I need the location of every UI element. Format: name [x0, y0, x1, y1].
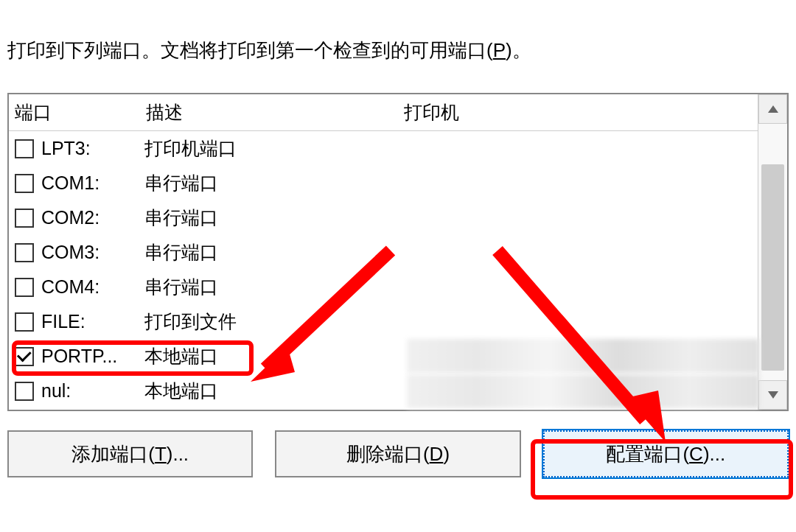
table-row[interactable]: COM1:串行端口	[15, 166, 758, 200]
cell-description: 打印到文件	[144, 309, 402, 334]
port-checkbox[interactable]	[15, 174, 34, 193]
port-checkbox[interactable]	[15, 139, 34, 158]
port-checkbox[interactable]	[15, 347, 34, 366]
table-header-row: 端口 描述 打印机	[9, 94, 758, 131]
delete-port-button[interactable]: 删除端口(D)	[275, 430, 520, 477]
scroll-down-button[interactable]	[758, 380, 787, 410]
cell-description: 打印机端口	[144, 136, 402, 161]
port-checkbox[interactable]	[15, 209, 34, 228]
cell-description: 本地端口	[144, 344, 402, 368]
cell-port: LPT3:	[41, 138, 144, 159]
add-port-button[interactable]: 添加端口(T)...	[7, 430, 253, 477]
port-checkbox[interactable]	[15, 312, 34, 332]
table-row[interactable]: COM2:串行端口	[15, 200, 758, 235]
cell-port: PORTP...	[41, 346, 144, 367]
vertical-scrollbar[interactable]	[758, 94, 787, 410]
instruction-text: 打印到下列端口。文档将打印到第一个检查到的可用端口(P)。	[0, 0, 796, 63]
scroll-up-button[interactable]	[758, 94, 787, 124]
header-printer[interactable]: 打印机	[404, 100, 758, 125]
table-row[interactable]: FILE:打印到文件	[15, 304, 758, 339]
port-checkbox[interactable]	[15, 278, 34, 297]
cell-description: 串行端口	[144, 275, 402, 299]
ports-table: 端口 描述 打印机 LPT3:打印机端口COM1:串行端口COM2:串行端口CO…	[7, 93, 789, 411]
port-checkbox[interactable]	[15, 382, 34, 401]
redacted-area	[407, 374, 759, 408]
cell-port: FILE:	[41, 311, 144, 332]
configure-port-button[interactable]: 配置端口(C)...	[543, 430, 789, 477]
button-bar: 添加端口(T)... 删除端口(D) 配置端口(C)...	[7, 430, 789, 477]
table-row[interactable]: LPT3:打印机端口	[15, 131, 758, 166]
redacted-area	[407, 339, 759, 373]
cell-port: COM1:	[41, 172, 144, 194]
table-row[interactable]: COM3:串行端口	[15, 235, 758, 270]
header-port[interactable]: 端口	[15, 100, 146, 125]
header-description[interactable]: 描述	[146, 100, 404, 125]
cell-description: 串行端口	[144, 206, 402, 230]
cell-port: COM2:	[41, 207, 144, 228]
cell-description: 本地端口	[144, 379, 402, 403]
cell-description: 串行端口	[144, 240, 402, 265]
table-row[interactable]: COM4:串行端口	[15, 270, 758, 304]
cell-description: 串行端口	[144, 171, 402, 195]
scroll-track[interactable]	[758, 124, 787, 380]
cell-port: nul:	[41, 380, 144, 402]
port-checkbox[interactable]	[15, 243, 34, 262]
cell-port: COM4:	[41, 276, 144, 298]
scroll-thumb[interactable]	[761, 164, 784, 371]
cell-port: COM3:	[41, 242, 144, 263]
